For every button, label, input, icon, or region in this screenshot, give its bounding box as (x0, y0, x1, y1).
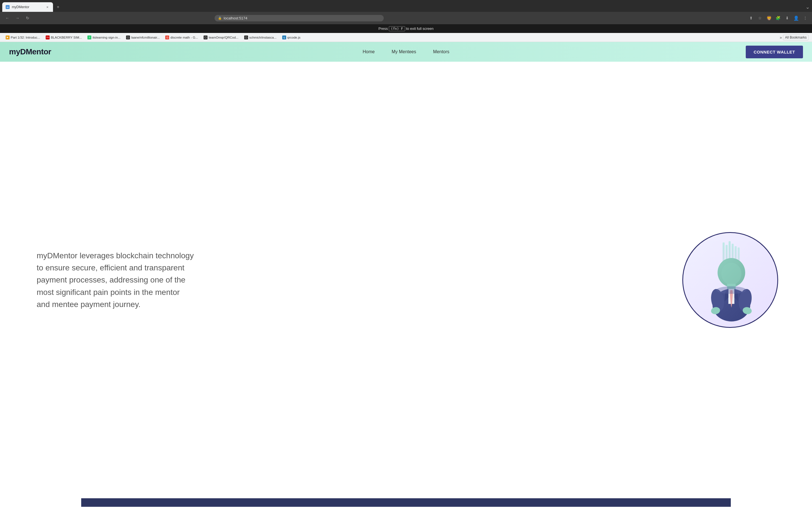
toolbar-right: ⬆ ☆ 🦁 🧩 ⬇ 👤 ⋮ (748, 15, 809, 21)
footer-bar (81, 498, 731, 507)
bookmarks-bar: ▶ Part 1/32: Introduc... DH BLACKBERRY S… (0, 33, 812, 42)
tab-favicon: m (6, 5, 10, 9)
extension-icon2[interactable]: 🧩 (775, 15, 781, 21)
bookmark-label-1: BLACKBERRY SIM... (51, 36, 82, 39)
bookmark-favicon-4: G (165, 36, 169, 40)
mentor-illustration (693, 238, 768, 323)
hero-text: myDMentor leverages blockchain technolog… (37, 249, 195, 311)
back-button[interactable]: ← (3, 14, 11, 22)
bookmark-favicon-7: q (282, 36, 286, 40)
address-bar[interactable]: 🔒 localhost:5174 (214, 15, 384, 21)
bookmark-favicon-1: DH (46, 36, 50, 40)
profile-icon[interactable]: 👤 (793, 15, 800, 21)
nav-links: Home My Mentees Mentors (363, 49, 449, 54)
bookmark-favicon-2: it (87, 36, 91, 40)
bookmark-6[interactable]: ⬡ schmich/instasca... (242, 35, 279, 40)
bookmark-icon[interactable]: ☆ (757, 15, 763, 21)
app-logo: myDMentor (9, 47, 51, 56)
refresh-button[interactable]: ↻ (24, 14, 32, 22)
svg-point-7 (721, 263, 742, 285)
hero-image (682, 232, 778, 328)
fullscreen-key: (fn) F (389, 26, 405, 31)
active-tab[interactable]: m myDMentor ✕ (2, 2, 53, 12)
download-icon[interactable]: ⬇ (784, 15, 791, 21)
tab-title: myDMentor (12, 5, 43, 9)
connect-wallet-button[interactable]: CONNECT WALLET (746, 46, 803, 58)
tab-menu-button[interactable]: ⌄ (806, 4, 810, 10)
bookmark-favicon-0: ▶ (6, 36, 10, 40)
main-content: myDMentor leverages blockchain technolog… (0, 62, 812, 498)
nav-home[interactable]: Home (363, 49, 375, 54)
bookmark-label-0: Part 1/32: Introduc... (11, 36, 40, 39)
bookmark-label-6: schmich/instasca... (249, 36, 276, 39)
all-bookmarks-folder[interactable]: All Bookmarks (783, 35, 809, 40)
bookmark-label-3: laane/nfcmillionair... (131, 36, 160, 39)
nav-my-mentees[interactable]: My Mentees (392, 49, 416, 54)
overflow-chevron[interactable]: » (780, 35, 782, 40)
lock-icon: 🔒 (218, 16, 222, 20)
bookmark-0[interactable]: ▶ Part 1/32: Introduc... (3, 35, 42, 40)
bookmark-1[interactable]: DH BLACKBERRY SIM... (43, 35, 84, 40)
bookmark-label-5: teamOmqr/QRCod... (209, 36, 238, 39)
bookmark-4[interactable]: G discrete math - G... (163, 35, 200, 40)
bookmark-label-2: itslearning sign-in... (93, 36, 120, 39)
app-wrapper: myDMentor Home My Mentees Mentors CONNEC… (0, 42, 812, 507)
bookmark-favicon-3: ⬡ (126, 36, 130, 40)
menu-icon[interactable]: ⋮ (802, 15, 809, 21)
bookmark-label-7: qrcode.js (287, 36, 301, 39)
share-icon[interactable]: ⬆ (748, 15, 755, 21)
tab-bar: m myDMentor ✕ + ⌄ (0, 0, 812, 12)
bookmark-2[interactable]: it itslearning sign-in... (85, 35, 123, 40)
nav-mentors[interactable]: Mentors (433, 49, 449, 54)
address-bar-row: ← → ↻ 🔒 localhost:5174 ⬆ ☆ 🦁 🧩 ⬇ 👤 ⋮ (0, 12, 812, 24)
app-navbar: myDMentor Home My Mentees Mentors CONNEC… (0, 42, 812, 62)
bookmark-7[interactable]: q qrcode.js (280, 35, 303, 40)
fullscreen-banner: Press (fn) F to exit full screen (0, 24, 812, 33)
tab-close-button[interactable]: ✕ (45, 5, 50, 9)
bookmark-favicon-5: ⬡ (204, 36, 207, 40)
url-text: localhost:5174 (223, 16, 247, 20)
bookmark-5[interactable]: ⬡ teamOmqr/QRCod... (201, 35, 241, 40)
bookmarks-overflow: » All Bookmarks (780, 35, 809, 40)
svg-point-19 (716, 286, 747, 294)
new-tab-button[interactable]: + (54, 3, 62, 11)
browser-chrome: m myDMentor ✕ + ⌄ ← → ↻ 🔒 localhost:5174… (0, 0, 812, 42)
bookmark-label-4: discrete math - G... (170, 36, 198, 39)
bookmark-3[interactable]: ⬡ laane/nfcmillionair... (124, 35, 162, 40)
bookmark-favicon-6: ⬡ (244, 36, 248, 40)
forward-button[interactable]: → (13, 14, 21, 22)
extension-icon1[interactable]: 🦁 (766, 15, 772, 21)
